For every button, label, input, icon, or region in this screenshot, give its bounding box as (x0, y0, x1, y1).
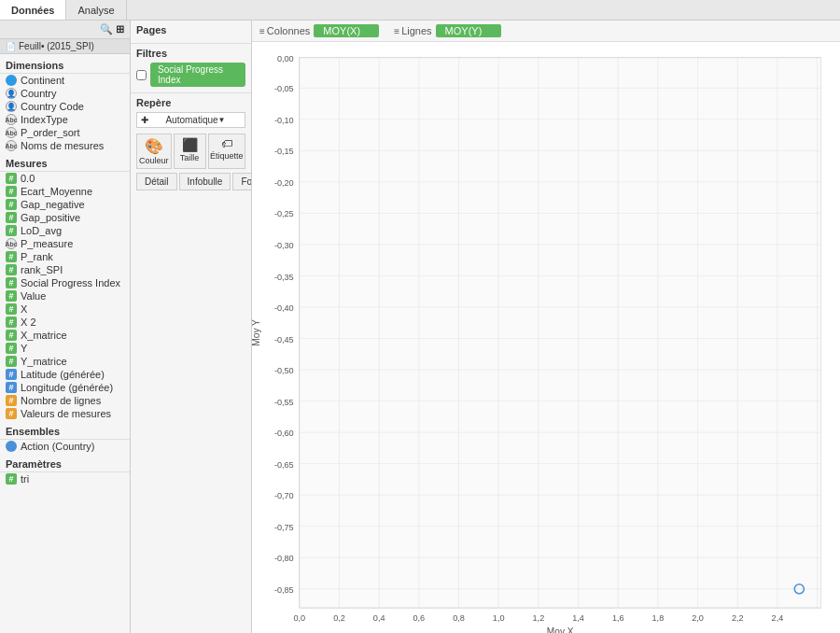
columns-value[interactable]: MOY(X) (314, 24, 379, 37)
mes-ecart[interactable]: # Ecart_Moyenne (0, 185, 130, 198)
hash-icon-tri: # (6, 473, 17, 485)
mes-lat-label: Latitude (générée) (21, 369, 105, 380)
hash-icon-xmatrice: # (6, 330, 17, 341)
mes-xmatrice[interactable]: # X_matrice (0, 329, 130, 342)
repere-couleur-btn[interactable]: 🎨 Couleur (136, 134, 172, 169)
tab-donnees[interactable]: Données (0, 0, 66, 20)
etiquette-icon: 🏷 (221, 137, 232, 150)
mes-lat[interactable]: # Latitude (générée) (0, 368, 130, 381)
mes-y-label: Y (21, 343, 27, 354)
svg-text:0,8: 0,8 (453, 613, 465, 623)
repere-detail-btn[interactable]: Détail (136, 173, 177, 190)
hash-icon-y: # (6, 343, 17, 354)
person-icon-2: 👤 (6, 101, 17, 112)
filter-item: Social Progress Index (136, 63, 245, 87)
mes-gap-pos[interactable]: # Gap_positive (0, 211, 130, 224)
repere-etiquette-label: Étiquette (210, 151, 244, 161)
mes-xmatrice-label: X_matrice (21, 330, 67, 341)
hash-icon-nlignes: # (6, 395, 17, 406)
abc-icon-3: Abc (6, 140, 17, 151)
repere-forme-btn[interactable]: Forme (232, 173, 252, 190)
chart-area: 0,00 -0,05 -0,10 -0,15 -0,20 -0,25 -0,30… (252, 42, 840, 633)
svg-text:0,4: 0,4 (373, 613, 385, 623)
svg-text:0,00: 0,00 (277, 54, 294, 63)
hash-icon-x2: # (6, 316, 17, 328)
repere-dropdown-value: Automatique (165, 115, 217, 125)
repere-couleur-label: Couleur (139, 156, 169, 165)
x-axis-label: Moy X (547, 626, 574, 633)
sheet-tab[interactable]: 📄 Feuill• (2015_SPI) (0, 39, 130, 54)
mes-00[interactable]: # 0.0 (0, 172, 130, 185)
repere-taille-label: Taille (180, 153, 200, 162)
mes-spi[interactable]: # Social Progress Index (0, 276, 130, 289)
mes-x2[interactable]: # X 2 (0, 316, 130, 329)
mes-y[interactable]: # Y (0, 342, 130, 355)
filtres-title: Filtres (136, 48, 245, 59)
dim-continent-label: Continent (21, 75, 64, 86)
mes-x2-label: X 2 (21, 316, 36, 328)
repere-taille-btn[interactable]: ⬛ Taille (174, 134, 206, 169)
hash-icon-lod: # (6, 225, 17, 236)
svg-text:-0,30: -0,30 (274, 241, 294, 250)
dim-porder[interactable]: Abc P_order_sort (0, 126, 130, 139)
mes-valeurs[interactable]: # Valeurs de mesures (0, 407, 130, 420)
columns-label: ≡ Colonnes (259, 25, 310, 36)
chart-header: ≡ Colonnes MOY(X) ≡ Lignes MOY(Y) (252, 21, 840, 42)
filter-badge[interactable]: Social Progress Index (150, 63, 245, 87)
mes-gap-neg-label: Gap_negative (21, 199, 85, 210)
columns-title: Colonnes (267, 25, 310, 36)
svg-text:0,0: 0,0 (293, 613, 305, 623)
search-icon[interactable]: 🔍 (100, 23, 113, 35)
mes-gap-neg[interactable]: # Gap_negative (0, 198, 130, 211)
taille-icon: ⬛ (182, 137, 198, 152)
dim-country-code-label: Country Code (21, 101, 84, 112)
mes-value[interactable]: # Value (0, 289, 130, 302)
filter-checkbox[interactable] (136, 70, 147, 80)
mes-prank[interactable]: # P_rank (0, 250, 130, 263)
rows-value[interactable]: MOY(Y) (436, 24, 501, 37)
dim-country-code[interactable]: 👤 Country Code (0, 100, 130, 113)
mesures-title: Mesures (0, 154, 130, 172)
pages-title: Pages (136, 24, 245, 35)
mes-prank-label: P_rank (21, 251, 53, 262)
person-icon-1: 👤 (6, 88, 17, 99)
mes-pmeasure[interactable]: Abc P_measure (0, 237, 130, 250)
dim-porder-label: P_order_sort (21, 127, 80, 138)
svg-text:-0,25: -0,25 (274, 209, 294, 218)
dimensions-title: Dimensions (0, 56, 130, 74)
dim-noms[interactable]: Abc Noms de mesures (0, 139, 130, 152)
mes-ymatrice[interactable]: # Y_matrice (0, 355, 130, 368)
mes-lod[interactable]: # LoD_avg (0, 224, 130, 237)
mes-x[interactable]: # X (0, 302, 130, 316)
mes-rankspi[interactable]: # rank_SPI (0, 263, 130, 276)
abc-icon-2: Abc (6, 127, 17, 138)
repere-etiquette-btn[interactable]: 🏷 Étiquette (208, 134, 245, 169)
abc-icon-1: Abc (6, 114, 17, 125)
mes-spi-label: Social Progress Index (21, 277, 120, 288)
hash-icon-lat: # (6, 369, 17, 380)
param-tri[interactable]: # tri (0, 472, 130, 485)
ens-action-label: Action (Country) (21, 441, 94, 452)
mes-lon[interactable]: # Longitude (générée) (0, 381, 130, 394)
dim-continent[interactable]: 🌐 Continent (0, 74, 130, 87)
repere-infobulle-btn[interactable]: Infobulle (179, 173, 231, 190)
hash-icon-gappos: # (6, 212, 17, 223)
repere-dropdown[interactable]: ✚ Automatique ▼ (136, 112, 245, 128)
tab-analyse[interactable]: Analyse (66, 0, 126, 20)
ens-action[interactable]: Action (Country) (0, 440, 130, 453)
svg-text:1,0: 1,0 (493, 613, 505, 623)
dim-indextype[interactable]: Abc IndexType (0, 113, 130, 126)
dim-noms-label: Noms de mesures (21, 140, 104, 151)
sort-icon[interactable]: ⊞ (116, 23, 124, 35)
sheet-tab-label: Feuill• (2015_SPI) (19, 41, 94, 51)
svg-text:1,8: 1,8 (652, 613, 665, 623)
svg-text:-0,70: -0,70 (274, 491, 294, 500)
mes-nlignes[interactable]: # Nombre de lignes (0, 394, 130, 407)
dim-country[interactable]: 👤 Country (0, 87, 130, 100)
abc-icon-pm: Abc (6, 238, 17, 249)
mes-rankspi-label: rank_SPI (21, 264, 63, 275)
svg-text:1,4: 1,4 (572, 613, 584, 623)
chevron-down-icon: ▼ (218, 116, 241, 124)
hash-icon-value: # (6, 290, 17, 302)
svg-text:-0,85: -0,85 (274, 585, 294, 595)
